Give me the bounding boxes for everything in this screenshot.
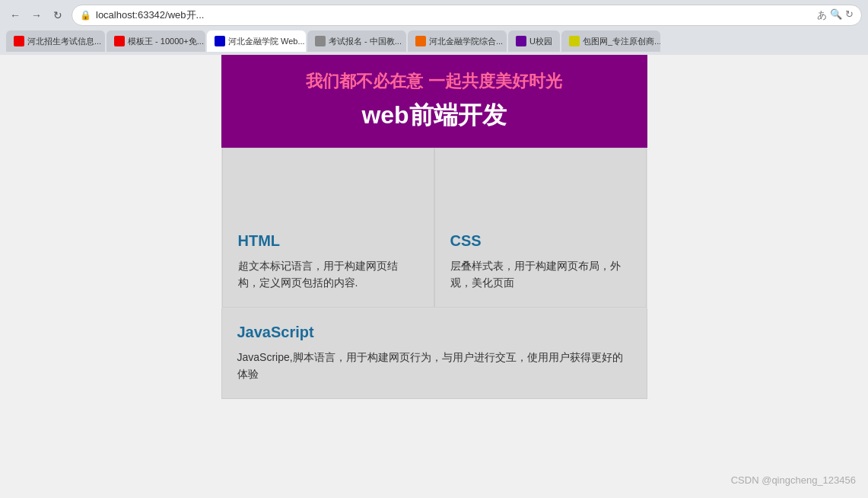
lock-icon: 🔒	[80, 10, 91, 21]
js-card-desc: JavaScripe,脚本语言，用于构建网页行为，与用户进行交互，使用用户获得更…	[237, 349, 631, 383]
tab-favicon-baotu	[569, 36, 580, 46]
page-container: ← → ↻ 🔒 localhost:63342/web开... あ 🔍 ↻ n …	[0, 0, 868, 498]
tab-label-moban: 模板王 - 10000+免...	[128, 36, 204, 47]
js-card: JavaScript JavaScripe,脚本语言，用于构建网页行为，与用户进…	[221, 308, 647, 399]
back-button[interactable]: ←	[6, 6, 24, 24]
cards-grid: HTML 超文本标记语言，用于构建网页结构，定义网页包括的内容. CSS 层叠样…	[221, 148, 647, 308]
center-content: 我们都不必在意 一起共度美好时光 web前端开发 HTML 超文本标记语言，用于…	[221, 55, 647, 399]
tab-uxiaoyuan[interactable]: U校园	[508, 30, 560, 52]
tab-baotu[interactable]: 包图网_专注原创商...	[561, 30, 660, 52]
tab-label-baotu: 包图网_专注原创商...	[583, 36, 660, 47]
content-area: 我们都不必在意 一起共度美好时光 web前端开发 HTML 超文本标记语言，用于…	[0, 55, 868, 399]
address-bar-actions: あ 🔍 ↻	[817, 8, 854, 22]
url-text: localhost:63342/web开...	[96, 8, 812, 22]
tab-hebei[interactable]: 河北招生考试信息...	[6, 30, 105, 52]
css-card-desc: 层叠样式表，用于构建网页布局，外观，美化页面	[450, 257, 631, 292]
html-card-title: HTML	[238, 232, 418, 250]
html-card-desc: 超文本标记语言，用于构建网页结构，定义网页包括的内容.	[238, 257, 418, 292]
tab-moban[interactable]: 模板王 - 10000+免...	[107, 30, 205, 52]
forward-button[interactable]: →	[27, 6, 46, 24]
tabs-bar: 河北招生考试信息... 模板王 - 10000+免... 河北金融学院 Web.…	[0, 27, 868, 55]
browser-chrome: ← → ↻ 🔒 localhost:63342/web开... あ 🔍 ↻ n …	[0, 0, 868, 55]
csdn-watermark: CSDN @qingcheng_123456	[731, 474, 856, 486]
tab-label-zonghe: 河北金融学院综合...	[429, 36, 503, 47]
tab-jinrong[interactable]: 河北金融学院 Web...	[207, 30, 306, 52]
header-title: web前端开发	[237, 99, 632, 132]
page-header: 我们都不必在意 一起共度美好时光 web前端开发	[221, 55, 647, 148]
reload-button[interactable]: ↻	[49, 6, 67, 24]
header-subtitle: 我们都不必在意 一起共度美好时光	[237, 70, 632, 93]
css-card: CSS 层叠样式表，用于构建网页布局，外观，美化页面	[434, 148, 647, 308]
tab-label-kaoshi: 考试报名 - 中国教...	[329, 36, 402, 47]
tab-favicon-jinrong	[215, 36, 225, 46]
tab-label-jinrong: 河北金融学院 Web...	[228, 36, 305, 47]
tab-favicon-moban	[114, 36, 125, 46]
js-card-title: JavaScript	[237, 324, 631, 341]
search-icon[interactable]: 🔍	[830, 8, 842, 22]
nav-controls: ← → ↻	[6, 6, 67, 24]
tab-label-hebei: 河北招生考试信息...	[27, 36, 101, 47]
refresh-icon[interactable]: ↻	[845, 8, 854, 22]
tab-favicon-hebei	[14, 36, 24, 46]
tab-favicon-kaoshi	[315, 36, 326, 46]
browser-toolbar: ← → ↻ 🔒 localhost:63342/web开... あ 🔍 ↻ n …	[0, 0, 868, 27]
translate-icon[interactable]: あ	[817, 8, 827, 22]
address-bar[interactable]: 🔒 localhost:63342/web开... あ 🔍 ↻	[72, 5, 862, 26]
tab-favicon-uxiaoyuan	[516, 36, 526, 46]
css-card-title: CSS	[450, 232, 631, 250]
html-card: HTML 超文本标记语言，用于构建网页结构，定义网页包括的内容.	[222, 148, 434, 308]
tab-kaoshi[interactable]: 考试报名 - 中国教...	[307, 30, 406, 52]
tab-zonghe[interactable]: 河北金融学院综合...	[408, 30, 507, 52]
tab-favicon-zonghe	[415, 36, 426, 46]
tab-label-uxiaoyuan: U校园	[529, 36, 552, 47]
